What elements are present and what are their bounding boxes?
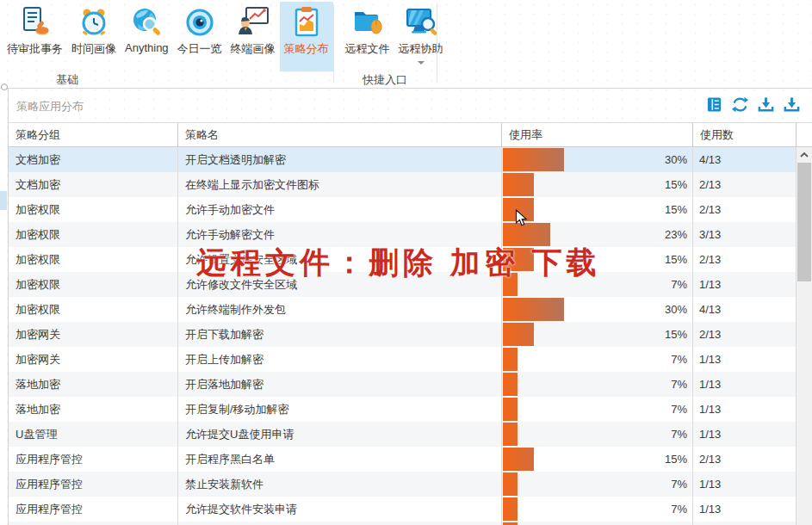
scrollbar-thumb[interactable] bbox=[797, 163, 811, 281]
cell-policy-group: 应用程序管控 bbox=[9, 497, 178, 522]
column-header-usage-rate: 使用率 bbox=[502, 123, 693, 146]
cell-policy-group: 应用程序管控 bbox=[9, 447, 178, 472]
column-header-policy-name: 策略名 bbox=[178, 123, 502, 146]
cell-policy-name: 开启复制/移动加解密 bbox=[178, 397, 502, 422]
cell-policy-group: 落地加密 bbox=[9, 372, 178, 397]
cell-usage-count: 1/13 bbox=[693, 372, 797, 397]
cell-usage-count: 1/13 bbox=[693, 472, 797, 497]
cell-usage-rate: 15% bbox=[502, 447, 693, 472]
usage-rate-bar bbox=[503, 298, 564, 321]
cell-policy-name: 开启下载加解密 bbox=[178, 322, 502, 347]
monitor-search-icon bbox=[404, 5, 438, 40]
ribbon-item-待审批事务[interactable]: 待审批事务 bbox=[3, 2, 67, 71]
cell-usage-count: 3/13 bbox=[693, 222, 797, 247]
usage-rate-bar bbox=[503, 148, 564, 171]
person-chart-icon bbox=[236, 5, 270, 40]
ribbon-item-策略分布[interactable]: 策略分布 bbox=[280, 2, 333, 71]
column-header-usage-count: 使用数 bbox=[693, 123, 797, 146]
usage-rate-bar bbox=[503, 173, 534, 196]
cell-policy-group: 加密权限 bbox=[9, 272, 178, 297]
cell-usage-count: 4/13 bbox=[693, 147, 797, 172]
vertical-scrollbar[interactable] bbox=[796, 147, 812, 525]
approval-doc-icon bbox=[18, 5, 53, 40]
cell-usage-count: 1/13 bbox=[693, 497, 797, 522]
table-row[interactable]: 加密权限 允许终端制作外发包 30% 4/13 bbox=[9, 297, 797, 322]
cell-usage-count bbox=[693, 522, 797, 525]
ribbon-item-今日一览[interactable]: 今日一览 bbox=[173, 2, 226, 71]
scroll-up-button[interactable] bbox=[797, 147, 812, 162]
usage-rate-bar bbox=[503, 348, 518, 371]
ribbon-group-label-basic: 基础 bbox=[0, 72, 134, 88]
cell-usage-rate: 7% bbox=[502, 372, 693, 397]
usage-rate-percent: 30% bbox=[665, 147, 687, 172]
table-view-icon[interactable] bbox=[705, 96, 723, 114]
usage-rate-percent: 15% bbox=[665, 247, 687, 272]
cell-policy-group: 加密权限 bbox=[9, 297, 178, 322]
clock-icon bbox=[77, 5, 111, 40]
download-icon-2[interactable] bbox=[783, 96, 801, 114]
usage-rate-percent: 30% bbox=[665, 297, 687, 322]
table-row[interactable]: 加密网关 开启上传加解密 7% 1/13 bbox=[9, 347, 797, 372]
cell-policy-group: 加密权限 bbox=[9, 222, 178, 247]
usage-rate-percent: 15% bbox=[665, 197, 687, 222]
table-row[interactable]: 加密网关 开启下载加解密 15% 2/13 bbox=[9, 322, 797, 347]
table-row[interactable]: 加密权限 允许手动加密文件 15% 2/13 bbox=[9, 197, 797, 222]
usage-rate-bar bbox=[503, 472, 518, 496]
folder-mouse-icon bbox=[350, 5, 385, 40]
ribbon-item-远程协助[interactable]: 远程协助 bbox=[394, 2, 448, 71]
cell-usage-rate: 15% bbox=[502, 322, 693, 347]
table-row[interactable]: 应用程序管控 开启程序黑白名单 15% 2/13 bbox=[9, 447, 797, 472]
cell-usage-count: 1/13 bbox=[693, 347, 797, 372]
column-header-spacer bbox=[797, 123, 812, 146]
usage-rate-percent: 7% bbox=[671, 422, 687, 447]
ribbon-item-时间画像[interactable]: 时间画像 bbox=[67, 2, 121, 71]
cell-usage-rate: 7% bbox=[502, 422, 693, 447]
panel-header: 策略应用分布 bbox=[9, 89, 812, 123]
usage-rate-percent: 7% bbox=[671, 397, 687, 422]
clipboard-chart-icon bbox=[289, 5, 324, 40]
cell-policy-group: U盘管理 bbox=[9, 422, 178, 447]
app-window: 待审批事务 时间画像 Anything 今日一览 终端画像 策略分布 远程文件 … bbox=[0, 0, 812, 525]
usage-rate-bar bbox=[503, 423, 518, 446]
cell-usage-rate: 7% bbox=[502, 497, 693, 522]
cell-policy-name: 在终端上显示加密文件图标 bbox=[178, 172, 502, 197]
table-header: 策略分组 策略名 使用率 使用数 bbox=[9, 123, 812, 147]
cell-policy-group: 加密权限 bbox=[9, 247, 178, 272]
usage-rate-bar bbox=[503, 373, 518, 396]
ribbon-group-label-shortcuts: 快捷入口 bbox=[333, 72, 437, 88]
column-header-policy-group: 策略分组 bbox=[9, 123, 178, 146]
download-icon[interactable] bbox=[757, 96, 775, 114]
cell-usage-count: 4/13 bbox=[693, 297, 797, 322]
cell-policy-group: 加密权限 bbox=[9, 197, 178, 222]
table-row[interactable]: U盘管理 允许提交U盘使用申请 7% 1/13 bbox=[9, 422, 797, 447]
ribbon-item-终端画像[interactable]: 终端画像 bbox=[226, 2, 280, 71]
table-row[interactable] bbox=[9, 522, 797, 525]
cell-usage-count: 1/13 bbox=[693, 422, 797, 447]
chevron-up-icon bbox=[800, 152, 809, 158]
cell-usage-rate: 7% bbox=[502, 397, 693, 422]
cell-usage-rate: 30% bbox=[502, 297, 693, 322]
cell-usage-count: 2/13 bbox=[693, 172, 797, 197]
usage-rate-percent: 15% bbox=[665, 447, 687, 472]
cell-policy-name: 开启文档透明加解密 bbox=[178, 147, 502, 172]
table-row[interactable]: 应用程序管控 允许提交软件安装申请 7% 1/13 bbox=[9, 497, 797, 522]
cell-policy-group: 文档加密 bbox=[9, 172, 178, 197]
cell-usage-rate: 15% bbox=[502, 172, 693, 197]
cell-usage-count: 2/13 bbox=[693, 447, 797, 472]
table-row[interactable]: 应用程序管控 禁止安装新软件 7% 1/13 bbox=[9, 472, 797, 497]
table-row[interactable]: 文档加密 在终端上显示加密文件图标 15% 2/13 bbox=[9, 172, 797, 197]
table-row[interactable]: 落地加密 开启复制/移动加解密 7% 1/13 bbox=[9, 397, 797, 422]
refresh-icon[interactable] bbox=[731, 96, 749, 114]
table-row[interactable]: 文档加密 开启文档透明加解密 30% 4/13 bbox=[9, 147, 797, 172]
cell-usage-rate: 7% bbox=[502, 347, 693, 372]
cell-policy-group: 应用程序管控 bbox=[9, 472, 178, 497]
ribbon-item-Anything[interactable]: Anything bbox=[121, 2, 173, 71]
splitter-handle-icon[interactable] bbox=[1, 83, 8, 90]
ribbon-group-divider bbox=[437, 4, 437, 82]
table-row[interactable]: 落地加密 开启落地加解密 7% 1/13 bbox=[9, 372, 797, 397]
cell-usage-rate bbox=[502, 522, 693, 525]
ribbon-item-远程文件[interactable]: 远程文件 bbox=[341, 2, 394, 71]
globe-search-icon bbox=[129, 5, 164, 40]
eye-icon bbox=[183, 5, 217, 40]
cell-usage-rate: 15% bbox=[502, 197, 693, 222]
